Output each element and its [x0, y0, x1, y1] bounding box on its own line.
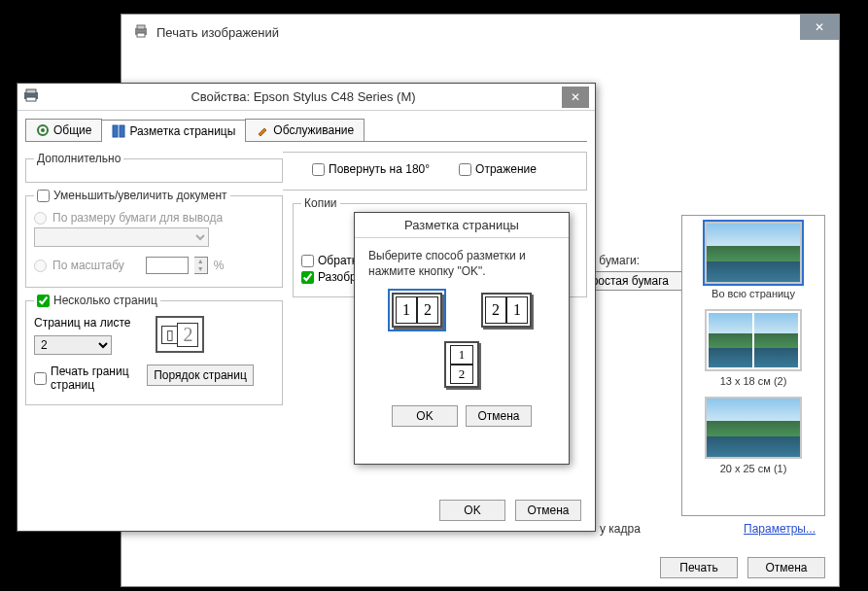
multi-page-checkbox[interactable] — [37, 295, 50, 307]
print-button[interactable]: Печать — [660, 557, 738, 578]
page-order-button[interactable]: Порядок страниц — [147, 365, 254, 386]
props-button-bar: OK Отмена — [439, 500, 581, 521]
cancel-button[interactable]: Отмена — [515, 500, 581, 521]
template-label: 13 x 18 см (2) — [686, 375, 820, 387]
by-scale-radio — [34, 260, 47, 272]
collate-checkbox[interactable] — [301, 271, 314, 284]
template-item[interactable]: Во всю страницу — [686, 222, 820, 299]
ok-button[interactable]: OK — [392, 405, 458, 427]
rotate-checkbox[interactable] — [312, 163, 325, 176]
tab-page-layout[interactable]: Разметка страницы — [101, 120, 246, 142]
svg-rect-8 — [113, 125, 118, 137]
modal-titlebar: Разметка страницы — [355, 213, 569, 238]
ok-button[interactable]: OK — [439, 500, 505, 521]
props-titlebar: Свойства: Epson Stylus C48 Series (M) ✕ — [17, 84, 595, 111]
page-layout-modal: Разметка страницы Выберите способ размет… — [354, 212, 570, 465]
template-thumb[interactable] — [705, 309, 802, 371]
svg-rect-2 — [137, 33, 145, 37]
additional-right: Повернуть на 180° Отражение — [283, 152, 587, 191]
template-label: 20 x 25 см (1) — [686, 463, 820, 474]
props-title: Свойства: Epson Stylus C48 Series (M) — [45, 89, 562, 104]
svg-rect-9 — [120, 125, 124, 137]
reduce-enlarge-fieldset: Уменьшить/увеличить документ По размеру … — [25, 189, 283, 288]
main-title: Печать изображений — [156, 25, 833, 40]
template-list[interactable]: Во всю страницу 13 x 18 см (2) 20 x 25 с… — [681, 215, 825, 516]
cancel-button[interactable]: Отмена — [747, 557, 825, 578]
printer-icon — [133, 23, 149, 42]
printer-icon — [23, 88, 39, 105]
svg-rect-4 — [26, 89, 36, 93]
close-icon: ✕ — [815, 20, 824, 34]
frame-label: у кадра — [600, 522, 641, 536]
additional-fieldset: Дополнительно — [25, 152, 283, 183]
gear-icon — [36, 123, 50, 137]
main-titlebar: Печать изображений — [122, 15, 839, 50]
multi-page-fieldset: Несколько страниц Страниц на листе 2 ▯2 — [25, 294, 283, 405]
svg-point-7 — [41, 128, 45, 132]
tab-general[interactable]: Общие — [25, 119, 102, 141]
output-paper-select — [34, 227, 209, 247]
layout-option-21[interactable]: 21 — [481, 293, 532, 328]
close-icon: ✕ — [571, 90, 580, 104]
template-item[interactable]: 13 x 18 см (2) — [686, 309, 820, 387]
pages-per-sheet-select[interactable]: 2 — [34, 335, 112, 355]
main-button-bar: Печать Отмена — [660, 557, 825, 578]
scale-spinner: ▲▼ — [194, 257, 208, 274]
reverse-checkbox[interactable] — [301, 255, 314, 267]
template-label: Во всю страницу — [686, 288, 820, 299]
scale-input — [146, 257, 189, 274]
close-button[interactable]: ✕ — [562, 87, 589, 108]
svg-rect-1 — [137, 25, 145, 29]
close-button[interactable]: ✕ — [800, 15, 839, 40]
by-output-radio — [34, 212, 47, 225]
copies-legend: Копии — [301, 196, 340, 210]
tab-maintenance[interactable]: Обслуживание — [245, 119, 365, 141]
template-thumb[interactable] — [705, 397, 802, 459]
mirror-checkbox[interactable] — [459, 163, 471, 176]
modal-message: Выберите способ разметки и нажмите кнопк… — [368, 248, 555, 279]
params-link[interactable]: Параметры... — [744, 522, 816, 536]
print-borders-checkbox[interactable] — [34, 372, 47, 385]
reduce-enlarge-checkbox[interactable] — [37, 190, 50, 202]
template-item[interactable]: 20 x 25 см (1) — [686, 397, 820, 474]
layout-option-12[interactable]: 12 — [392, 293, 442, 328]
modal-title: Разметка страницы — [361, 218, 563, 232]
cancel-button[interactable]: Отмена — [466, 405, 532, 427]
wrench-icon — [256, 123, 269, 137]
template-thumb[interactable] — [705, 222, 802, 284]
tab-bar: Общие Разметка страницы Обслуживание — [25, 119, 587, 142]
modal-button-bar: OK Отмена — [368, 405, 555, 427]
layout-option-vertical[interactable]: 12 — [444, 341, 479, 388]
svg-rect-5 — [26, 97, 36, 101]
pages-layout-icon: ▯2 — [156, 316, 204, 353]
additional-legend: Дополнительно — [34, 152, 123, 165]
layout-icon — [112, 124, 125, 138]
pages-per-sheet-label: Страниц на листе — [34, 316, 130, 330]
